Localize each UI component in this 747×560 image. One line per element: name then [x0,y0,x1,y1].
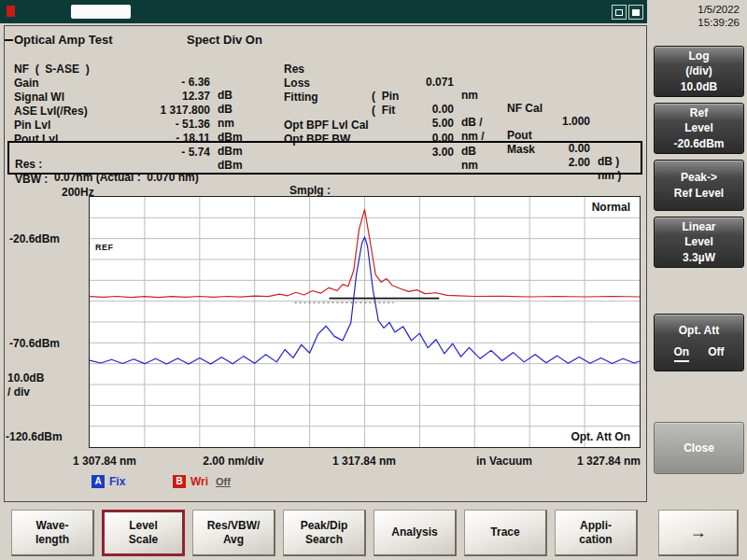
sweep-settings-box: Res : 0.07nm (Actual : 0.070 nm) Smplg :… [7,141,642,175]
y-axis-label-mid: -70.6dBm [9,337,60,350]
param-row-signal-wl: Signal Wl 1 317.800 nm [14,77,280,91]
fkey-level-scale[interactable]: Level Scale [102,510,185,556]
param-row-nf: NF ( S-ASE ) - 6.36 dB [14,49,280,63]
fkey-wavelength[interactable]: Wave- length [11,510,94,556]
param-row-loss: Loss ( Pin 0.00 dB / Pout 0.00 dB ) [284,63,641,77]
fkey-label: length [35,533,69,547]
fkey-label: Appli- [580,519,612,533]
x-axis-div-label: 2.00 nm/div [203,455,263,468]
opt-att-off-option[interactable]: Off [708,344,724,362]
x-axis-label-start: 1 307.84 nm [73,455,136,468]
date-label: 1/5/2022 [652,4,740,17]
y-axis-label-bottom: -120.6dBm [6,430,63,443]
fkey-res-vbw-avg[interactable]: Res/VBW/ Avg [192,510,275,556]
param-row-pin-lvl: Pin Lvl - 18.11 dBm [14,105,280,119]
close-button[interactable]: Close [654,422,744,474]
linear-level-line3: 3.3µW [655,250,743,265]
opt-att-options: On Off [655,344,743,362]
vbw-label: VBW : [15,173,48,186]
smplg-label: Smplg : [289,184,331,197]
fkey-label: Search [305,533,343,547]
trace-a-badge: A [92,475,105,488]
linear-level-button[interactable]: Linear Level 3.3µW [654,217,744,268]
ref-level-line3: -20.6dBm [655,136,743,151]
ref-level-line1: Ref [655,105,743,120]
highlight-label [71,5,131,19]
linear-level-line2: Level [655,234,743,249]
fkey-label: Peak/Dip [301,519,348,533]
y-axis-label-ref: -20.6dBm [9,232,60,245]
fkey-analysis[interactable]: Analysis [374,510,457,556]
record-indicator [7,6,15,17]
ref-level-line2: Level [655,120,743,135]
maximize-icon [632,9,640,16]
fkey-label: cation [579,533,612,547]
param-row-pout-lvl: Pout Lvl - 5.74 dBm [14,119,280,133]
param-label: Fitting [284,91,318,104]
fkey-label: Res/VBW/ [207,519,261,533]
opt-att-toggle-button[interactable]: Opt. Att On Off [654,314,744,371]
fkey-application[interactable]: Appli- cation [555,510,638,556]
fkey-trace[interactable]: Trace [464,510,547,556]
fkey-peak-dip-search[interactable]: Peak/Dip Search [283,510,366,556]
restore-window-button[interactable] [612,5,627,20]
trace-b-state: Off [216,476,231,487]
log-div-line2: (/div) [655,63,743,78]
param-pre: ( Pin [372,90,399,103]
param-row-fitting: Fitting ( Fit 5.00 nm / Mask 2.00 nm ) [284,77,641,91]
x-axis-label-center: 1 317.84 nm [332,455,396,468]
fkey-more-arrow[interactable]: → [658,510,739,556]
maximize-window-button[interactable] [628,5,643,20]
spect-div-status: Spect Div On [187,33,262,47]
sweep-settings-line2: VBW : 200Hz Sm : Off Intvl : Off [9,160,641,174]
ref-level-button[interactable]: Ref Level -20.6dBm [654,103,744,154]
measurement-settings-right: Res 0.071 nm NF Cal 1.000 Loss ( Pin 0.0… [284,49,641,135]
fkey-label: Level [129,519,158,533]
fkey-label: Trace [490,525,519,539]
trace-b-badge: B [173,475,186,488]
trace-b-mode: Wri [190,475,208,488]
log-div-line3: 10.0dB [655,79,743,94]
peak-to-ref-level-button[interactable]: Peak-> Ref Level [654,160,744,211]
x-axis-label-end: 1 327.84 nm [577,455,641,468]
trace-a-mode: Fix [109,475,125,488]
sweep-mode-label: Normal [592,201,630,214]
ref-marker-label: REF [95,243,114,252]
param-row-bpf-lvl-cal: Opt BPF Lvl Cal 0.00 dB [284,105,641,119]
right-arrow-icon: → [690,522,707,543]
fkey-label: Analysis [391,525,437,539]
opt-att-on-option[interactable]: On [674,344,690,362]
param-row-res: Res 0.071 nm NF Cal 1.000 [284,49,641,63]
restore-icon [615,9,623,16]
app-mode-title: Optical Amp Test [14,33,112,47]
param-row-gain: Gain 12.37 dB [14,63,280,77]
param-row-ase-lvl: ASE Lvl(/Res) - 51.36 dBm [14,91,280,105]
opt-att-status-label: Opt. Att On [571,430,630,443]
spectrum-svg [90,197,640,447]
peak-ref-line1: Peak-> [655,170,743,185]
sweep-settings-line1: Res : 0.07nm (Actual : 0.070 nm) Smplg :… [9,145,641,159]
log-div-line1: Log [655,49,743,63]
y-div-label-line1: 10.0dB [7,371,44,385]
linear-level-line1: Linear [655,219,743,234]
title-dash [5,39,13,41]
log-div-button[interactable]: Log (/div) 10.0dB [654,46,744,97]
x-axis-vacuum-label: in Vacuum [476,455,532,468]
title-bar [0,0,647,23]
fkey-label: Wave- [36,519,69,533]
fkey-label: Avg [223,533,244,547]
spectrum-chart: Normal REF Opt. Att On [89,196,641,448]
peak-ref-line2: Ref Level [655,186,743,201]
fkey-label: Scale [129,533,158,547]
measurement-results-left: NF ( S-ASE ) - 6.36 dB Gain 12.37 dB Sig… [14,49,280,135]
y-div-label-line2: / div [7,385,30,399]
opt-att-title: Opt. Att [655,323,743,338]
time-label: 15:39:26 [652,17,740,30]
datetime-display: 1/5/2022 15:39:26 [652,4,740,30]
param-row-bpf-bw: Opt BPF BW 3.00 nm [284,119,641,133]
close-button-label: Close [655,441,743,455]
